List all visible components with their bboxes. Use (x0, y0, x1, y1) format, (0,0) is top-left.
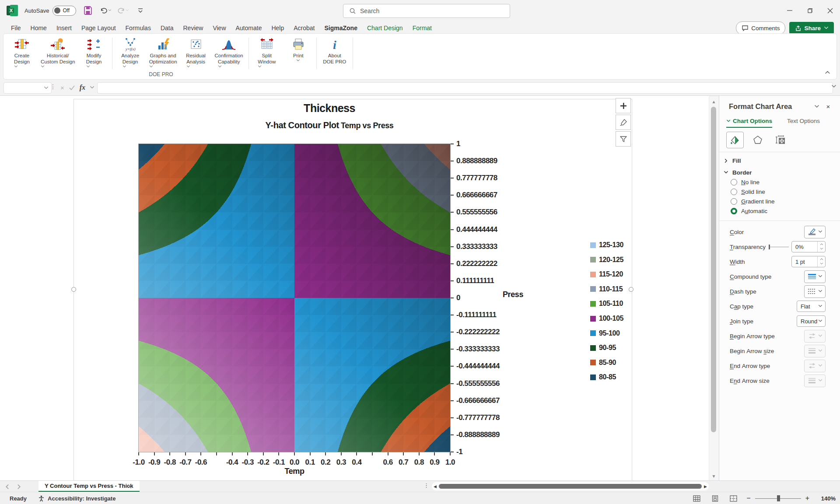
spinner-arrows-icon[interactable] (817, 242, 825, 252)
transparency-slider[interactable] (769, 245, 789, 249)
chart-title[interactable]: Thickness (304, 102, 355, 115)
formula-input[interactable] (97, 82, 833, 94)
search-input[interactable]: Search (343, 4, 510, 18)
border-option-no-line[interactable]: No line (719, 176, 840, 186)
scroll-up-arrow-icon[interactable]: ▲ (709, 97, 718, 106)
chart-subtitle[interactable]: Y-hat Contour Plot Temp vs Press (266, 120, 394, 130)
zoom-slider-thumb[interactable] (777, 495, 780, 501)
sheet-tab-active[interactable]: Y Contour Temp vs Press - Thick (38, 481, 140, 492)
size-properties-icon[interactable] (772, 132, 789, 148)
border-section-header[interactable]: Border (719, 164, 840, 176)
border-option-automatic[interactable]: Automatic (719, 205, 840, 214)
y-axis-title[interactable]: Press (503, 290, 523, 299)
zoom-in-button[interactable]: + (805, 494, 809, 502)
autosave-toggle[interactable]: Off (52, 6, 76, 16)
width-input[interactable]: 1 pt (791, 256, 826, 267)
page-break-view-button[interactable] (728, 493, 738, 504)
cap-type-select[interactable]: Flat (797, 301, 826, 312)
chart-elements-button[interactable] (616, 98, 631, 113)
name-box[interactable] (4, 82, 52, 94)
legend-item[interactable]: 90-95 (590, 343, 616, 352)
formula-bar-drag-handle[interactable]: ⋮ (50, 83, 56, 90)
compound-type-button[interactable] (804, 270, 826, 283)
pane-row-label: Color (730, 229, 744, 235)
previous-sheet-button[interactable] (4, 484, 10, 490)
spin-input[interactable]: 0% (791, 241, 826, 252)
print-button[interactable]: Print (283, 36, 314, 71)
horizontal-scrollbar-thumb[interactable] (439, 484, 702, 489)
comments-button[interactable]: Comments (736, 21, 785, 35)
outline-color-button[interactable] (804, 226, 826, 238)
pane-close-icon[interactable]: × (822, 103, 834, 110)
legend-item[interactable]: 110-115 (590, 285, 623, 294)
insert-function-button[interactable]: fx (80, 84, 85, 91)
close-button[interactable] (820, 0, 840, 21)
vertical-scrollbar-thumb[interactable] (711, 107, 716, 432)
slider-thumb[interactable] (769, 245, 770, 249)
tab-bar-splitter[interactable]: ⋮ (424, 482, 429, 489)
share-button[interactable]: Share (789, 22, 834, 34)
zoom-level[interactable]: 140% (817, 495, 836, 502)
graphs-and-optimization-button[interactable]: Graphs andOptimization (146, 36, 180, 71)
new-sheet-button[interactable]: + (126, 482, 136, 491)
legend-item[interactable]: 95-100 (590, 329, 620, 338)
join-type-select[interactable]: Round (797, 315, 826, 327)
scroll-left-arrow-icon[interactable]: ◀ (434, 484, 437, 489)
page-layout-view-button[interactable] (710, 493, 720, 504)
historical-custom-design-button[interactable]: Historical/Custom Design (38, 36, 78, 71)
horizontal-scrollbar[interactable]: ◀ ▶ (432, 482, 709, 490)
x-axis-title[interactable]: Temp (284, 467, 304, 476)
scroll-right-arrow-icon[interactable]: ▶ (704, 484, 707, 489)
minimize-button[interactable] (780, 0, 800, 21)
legend-item[interactable]: 105-110 (590, 299, 623, 308)
redo-button[interactable] (117, 5, 129, 16)
zoom-out-button[interactable]: − (746, 494, 750, 502)
cancel-entry-button[interactable]: × (60, 84, 64, 91)
legend-item[interactable]: 85-90 (590, 358, 616, 367)
chart-filters-button[interactable] (616, 131, 631, 147)
undo-button[interactable] (100, 5, 111, 16)
chart-resize-handle-right[interactable] (629, 287, 634, 292)
pane-tab-text-options[interactable]: Text Options (787, 118, 820, 128)
next-sheet-button[interactable] (16, 484, 22, 490)
customize-quick-access-button[interactable] (135, 5, 146, 16)
legend-item[interactable]: 125-130 (590, 241, 623, 249)
analyze-design-button[interactable]: y=f(x)AnalyzeDesign (115, 36, 146, 71)
vertical-scrollbar[interactable]: ▲ ▼ (709, 97, 718, 480)
save-button[interactable] (82, 5, 94, 16)
pane-tab-chart-options[interactable]: Chart Options (726, 118, 772, 128)
expand-formula-bar-button[interactable] (831, 84, 836, 89)
border-option-solid-line[interactable]: Solid line (719, 186, 840, 195)
legend-item[interactable]: 115-120 (590, 270, 623, 279)
spin-input[interactable]: 1 pt (791, 256, 826, 267)
spinner-arrows-icon[interactable] (817, 256, 825, 267)
modify-design-button[interactable]: ModifyDesign (78, 36, 110, 71)
dash-type-button[interactable] (804, 285, 826, 298)
collapse-ribbon-button[interactable] (825, 70, 830, 76)
confirmation-capability-button[interactable]: ConfirmationCapability (212, 36, 246, 71)
confirm-entry-button[interactable] (69, 85, 75, 91)
normal-view-button[interactable] (691, 493, 702, 504)
chart-area[interactable]: Thickness Y-hat Contour Plot Temp vs Pre… (74, 99, 632, 481)
fill-section-header[interactable]: Fill (719, 152, 840, 164)
border-option-gradient-line[interactable]: Gradient line (719, 195, 840, 205)
chevron-right-icon (724, 158, 728, 163)
create-design-button[interactable]: CreateDesign (6, 36, 38, 71)
transparency-control[interactable]: 0% (769, 241, 826, 252)
zoom-slider[interactable] (755, 495, 801, 501)
effects-icon[interactable] (749, 132, 766, 148)
fill-line-icon[interactable] (726, 132, 744, 148)
contour-plot[interactable] (139, 144, 450, 452)
legend-item[interactable]: 80-85 (590, 373, 616, 382)
split-window-button[interactable]: SplitWindow (251, 36, 283, 71)
about-doe-pro-button[interactable]: iAboutDOE PRO (319, 36, 350, 71)
maximize-button[interactable] (800, 0, 820, 21)
pane-options-chevron-icon[interactable] (811, 104, 822, 109)
legend-item[interactable]: 120-125 (590, 256, 623, 264)
chart-resize-handle-left[interactable] (71, 287, 76, 292)
chart-styles-button[interactable] (616, 115, 631, 130)
scroll-down-arrow-icon[interactable]: ▼ (709, 472, 718, 480)
legend-item[interactable]: 100-105 (590, 314, 623, 323)
residual-analysis-button[interactable]: ResidualAnalysis (180, 36, 212, 71)
accessibility-status[interactable]: Accessibility: Investigate (48, 495, 116, 502)
